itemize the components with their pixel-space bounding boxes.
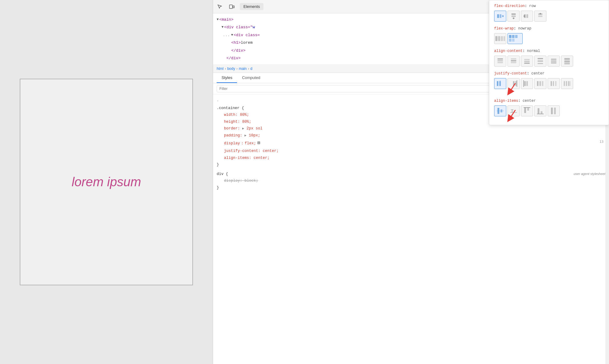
breadcrumb-main[interactable]: main	[239, 67, 247, 71]
justify-content-space-around-btn[interactable]	[548, 78, 560, 89]
align-items-arrow	[505, 108, 523, 125]
css-prop-border: border: ▶ 2px sol	[217, 125, 605, 132]
svg-rect-29	[524, 59, 530, 60]
flex-dir-column-btn[interactable]	[507, 11, 520, 22]
lorem-text: lorem ipsum	[72, 175, 141, 189]
svg-rect-48	[524, 81, 526, 86]
flex-dir-row-btn[interactable]	[494, 11, 506, 22]
svg-rect-5	[511, 13, 516, 15]
devtools-panel: Elements ▼ <main> ▼ <div class="w ... ▼ …	[213, 0, 609, 364]
align-content-center-btn[interactable]	[507, 56, 520, 67]
align-items-end-btn[interactable]	[534, 105, 546, 116]
svg-rect-58	[568, 81, 569, 86]
tab-computed[interactable]: Computed	[237, 73, 265, 83]
svg-rect-53	[551, 81, 552, 86]
triangle-icon: ▼	[217, 17, 219, 23]
user-agent-label: user agent stylesheet	[573, 171, 605, 177]
svg-rect-16	[501, 36, 503, 41]
align-items-center-btn[interactable]	[494, 105, 506, 116]
svg-rect-31	[524, 63, 530, 64]
justify-content-start-btn[interactable]	[521, 78, 533, 89]
svg-rect-3	[500, 14, 501, 18]
svg-rect-50	[537, 81, 538, 86]
flex-editor-icon[interactable]: ⊞	[257, 139, 260, 148]
tab-styles[interactable]: Styles	[217, 73, 237, 83]
div-rule: div { user agent stylesheet display: blo…	[217, 171, 605, 191]
align-content-stretch-btn[interactable]	[561, 56, 573, 67]
svg-rect-20	[515, 35, 518, 38]
breadcrumb-body[interactable]: body	[227, 67, 235, 71]
flex-wrap-row: flex-wrap: nowrap	[494, 26, 604, 44]
svg-rect-59	[569, 81, 570, 86]
align-items-stretch-btn[interactable]	[548, 105, 560, 116]
select-element-icon[interactable]	[215, 2, 224, 11]
tab-elements[interactable]: Elements	[240, 3, 263, 10]
flex-wrap-label: flex-wrap: nowrap	[494, 26, 604, 31]
align-content-end-btn[interactable]	[521, 56, 533, 67]
svg-rect-49	[526, 81, 528, 86]
justify-content-row: justify-content: center	[494, 71, 604, 89]
svg-rect-14	[495, 36, 497, 41]
breadcrumb-html[interactable]: html	[217, 67, 224, 71]
css-selector-div: div {	[217, 171, 228, 178]
css-prop-align-items: align-items: center;	[217, 155, 605, 162]
svg-rect-28	[511, 62, 516, 63]
svg-rect-32	[538, 58, 543, 59]
svg-rect-51	[539, 81, 541, 86]
align-content-row: align-content: normal	[494, 49, 604, 67]
flex-dir-row-reverse-btn[interactable]	[521, 11, 533, 22]
dom-dots: ...	[223, 32, 230, 39]
svg-rect-57	[566, 81, 567, 86]
device-toggle-icon[interactable]	[228, 2, 236, 11]
align-content-space-between-btn[interactable]	[534, 56, 546, 67]
svg-rect-1	[233, 6, 234, 8]
align-items-label: align-items: center	[494, 99, 604, 103]
align-content-start-btn[interactable]	[494, 56, 506, 67]
svg-rect-18	[509, 35, 511, 38]
svg-rect-36	[551, 60, 556, 62]
svg-rect-34	[538, 63, 543, 64]
justify-content-space-evenly-btn[interactable]	[561, 78, 573, 89]
svg-rect-55	[555, 81, 556, 86]
flex-direction-buttons	[494, 11, 604, 22]
css-prop-display-block: display: block;	[217, 177, 605, 184]
css-prop-justify-content: justify-content: center;	[217, 148, 605, 155]
svg-rect-56	[564, 81, 565, 86]
svg-rect-52	[542, 81, 543, 86]
svg-rect-2	[497, 14, 499, 18]
svg-rect-39	[564, 60, 570, 62]
justify-content-arrow	[503, 82, 521, 98]
flex-wrap-nowrap-btn[interactable]	[494, 33, 506, 44]
svg-rect-54	[553, 81, 554, 86]
align-content-space-around-btn[interactable]	[548, 56, 560, 67]
flex-direction-label: flex-direction: row	[494, 4, 604, 8]
css-close-brace-div: }	[217, 184, 605, 191]
svg-rect-0	[229, 5, 232, 9]
svg-rect-37	[551, 62, 556, 64]
svg-rect-26	[511, 58, 516, 60]
svg-rect-17	[504, 36, 505, 41]
align-items-row: align-items: center T t	[494, 99, 604, 116]
flex-wrap-wrap-btn[interactable]	[507, 33, 523, 44]
svg-rect-6	[511, 15, 516, 17]
svg-rect-15	[498, 36, 500, 41]
svg-rect-27	[511, 60, 516, 61]
justify-content-label: justify-content: center	[494, 71, 604, 76]
css-rules: . .container { width: 80%; height: 80%; …	[213, 94, 609, 364]
container-box: lorem ipsum	[20, 79, 193, 285]
justify-content-space-between-btn[interactable]	[534, 78, 546, 89]
line-number: 13	[600, 140, 604, 144]
flex-wrap-buttons	[494, 33, 604, 44]
svg-rect-35	[551, 59, 556, 60]
svg-rect-25	[497, 62, 503, 63]
align-content-buttons	[494, 56, 604, 67]
page-preview: lorem ipsum	[0, 0, 213, 364]
breadcrumb-div[interactable]: d	[250, 67, 253, 71]
flex-dir-column-reverse-btn[interactable]	[534, 11, 546, 22]
css-prop-display: display: flex; ⊞	[217, 139, 605, 148]
svg-rect-23	[497, 58, 503, 60]
svg-rect-33	[538, 60, 543, 62]
svg-rect-9	[526, 14, 528, 18]
svg-rect-40	[564, 63, 570, 64]
align-content-label: align-content: normal	[494, 49, 604, 53]
